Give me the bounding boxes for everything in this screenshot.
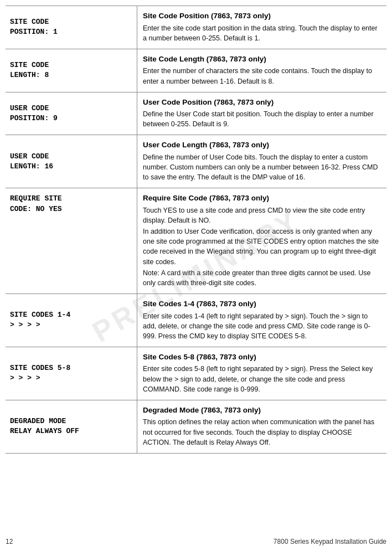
page-footer: 12 7800 Series Keypad Installation Guide xyxy=(6,538,386,545)
left-cell-line: USER CODE xyxy=(10,104,132,114)
section-paragraph: Enter site codes 5-8 (left to right sepa… xyxy=(143,364,381,394)
right-cell-degraded-mode: Degraded Mode (7863, 7873 only)This opti… xyxy=(137,400,386,453)
section-paragraph: Enter the number of characters the site … xyxy=(143,66,381,86)
left-cell-site-code-length: SITE CODELENGTH: 8 xyxy=(6,49,137,92)
rows-container: SITE CODEPOSITION: 1Site Code Position (… xyxy=(6,6,386,454)
section-paragraph: Define the User Code start bit position.… xyxy=(143,109,381,129)
left-cell-line: LENGTH: 8 xyxy=(10,70,132,80)
right-cell-require-site-code: Require Site Code (7863, 7873 only)Touch… xyxy=(137,188,386,293)
right-cell-site-code-length: Site Code Length (7863, 7873 only)Enter … xyxy=(137,49,386,92)
row-user-code-position: USER CODEPOSITION: 9User Code Position (… xyxy=(6,92,386,135)
row-require-site-code: REQUIRE SITECODE: NO YESRequire Site Cod… xyxy=(6,188,386,293)
left-cell-user-code-length: USER CODELENGTH: 16 xyxy=(6,135,137,188)
left-cell-line: RELAY ALWAYS OFF xyxy=(10,426,132,436)
left-cell-line: SITE CODE xyxy=(10,60,132,70)
section-heading: Require Site Code (7863, 7873 only) xyxy=(143,193,381,204)
row-user-code-length: USER CODELENGTH: 16User Code Length (786… xyxy=(6,135,386,188)
section-heading: User Code Length (7863, 7873 only) xyxy=(143,140,381,151)
section-paragraph: Enter the site code start position in th… xyxy=(143,23,381,43)
left-cell-user-code-position: USER CODEPOSITION: 9 xyxy=(6,92,137,135)
left-cell-line: REQUIRE SITE xyxy=(10,194,132,204)
left-cell-line: CODE: NO YES xyxy=(10,204,132,214)
left-cell-site-code-position: SITE CODEPOSITION: 1 xyxy=(6,6,137,49)
row-site-code-length: SITE CODELENGTH: 8Site Code Length (7863… xyxy=(6,49,386,92)
right-cell-site-codes-5-8: Site Codes 5-8 (7863, 7873 only)Enter si… xyxy=(137,347,386,400)
left-cell-line: POSITION: 9 xyxy=(10,114,132,123)
page-number: 12 xyxy=(6,538,13,545)
left-cell-line: POSITION: 1 xyxy=(10,27,132,37)
left-cell-line: SITE CODE xyxy=(10,17,132,27)
right-cell-site-codes-1-4: Site Codes 1-4 (7863, 7873 only)Enter si… xyxy=(137,294,386,347)
section-heading: Site Codes 5-8 (7863, 7873 only) xyxy=(143,352,381,363)
row-site-codes-5-8: SITE CODES 5-8> > > >Site Codes 5-8 (786… xyxy=(6,347,386,400)
section-heading: User Code Position (7863, 7873 only) xyxy=(143,97,381,108)
left-cell-site-codes-5-8: SITE CODES 5-8> > > > xyxy=(6,347,137,400)
right-cell-site-code-position: Site Code Position (7863, 7873 only)Ente… xyxy=(137,6,386,49)
section-heading: Degraded Mode (7863, 7873 only) xyxy=(143,405,381,416)
section-heading: Site Code Length (7863, 7873 only) xyxy=(143,54,381,65)
section-paragraph: Note: A card with a site code greater th… xyxy=(143,268,381,288)
section-paragraph: Touch YES to use a site code and press C… xyxy=(143,205,381,225)
section-paragraph: Define the number of User Code bits. Tou… xyxy=(143,152,381,182)
left-cell-require-site-code: REQUIRE SITECODE: NO YES xyxy=(6,188,137,293)
row-site-codes-1-4: SITE CODES 1-4> > > >Site Codes 1-4 (786… xyxy=(6,293,386,347)
left-cell-degraded-mode: DEGRADED MODERELAY ALWAYS OFF xyxy=(6,400,137,453)
section-paragraph: Enter site codes 1-4 (left to right sepa… xyxy=(143,311,381,341)
left-cell-line: > > > > xyxy=(10,373,132,383)
section-heading: Site Codes 1-4 (7863, 7873 only) xyxy=(143,298,381,310)
page-content: SITE CODEPOSITION: 1Site Code Position (… xyxy=(0,0,392,476)
left-cell-site-codes-1-4: SITE CODES 1-4> > > > xyxy=(6,294,137,347)
row-degraded-mode: DEGRADED MODERELAY ALWAYS OFFDegraded Mo… xyxy=(6,400,386,454)
left-cell-line: SITE CODES 5-8 xyxy=(10,363,132,373)
left-cell-line: USER CODE xyxy=(10,152,132,162)
right-cell-user-code-length: User Code Length (7863, 7873 only)Define… xyxy=(137,135,386,188)
left-cell-line: LENGTH: 16 xyxy=(10,162,132,172)
left-cell-line: > > > > xyxy=(10,320,132,330)
row-site-code-position: SITE CODEPOSITION: 1Site Code Position (… xyxy=(6,6,386,49)
section-heading: Site Code Position (7863, 7873 only) xyxy=(143,11,381,22)
left-cell-line: DEGRADED MODE xyxy=(10,416,132,426)
right-cell-user-code-position: User Code Position (7863, 7873 only)Defi… xyxy=(137,92,386,135)
section-paragraph: This option defines the relay action whe… xyxy=(143,417,381,447)
guide-title: 7800 Series Keypad Installation Guide xyxy=(274,538,386,545)
section-paragraph: In addition to User Code verification, d… xyxy=(143,226,381,267)
left-cell-line: SITE CODES 1-4 xyxy=(10,310,132,320)
